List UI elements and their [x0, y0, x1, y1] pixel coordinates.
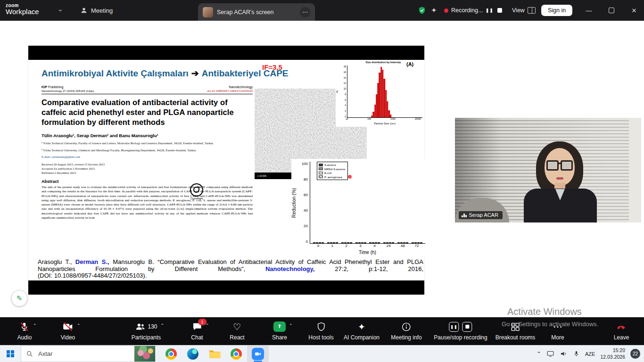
size-chart-ytick: 2 — [345, 110, 346, 112]
folder-icon — [208, 348, 221, 360]
toolbar-leave-button[interactable]: Leave — [614, 321, 629, 341]
toolbar-participants-label: Participants — [132, 334, 161, 341]
toolbar-audio-button[interactable]: ⌃ Audio — [17, 321, 32, 341]
ellipsis-icon[interactable]: ⋯ — [300, 7, 310, 17]
legend-name: P. aeroginosa — [324, 175, 342, 179]
person-face — [545, 148, 575, 186]
file-explorer-app-icon[interactable] — [204, 346, 225, 362]
toolbar-host-tools-button[interactable]: Host tools — [308, 321, 333, 341]
crossmark-logo: CrossMark — [187, 183, 206, 200]
security-shield-icon[interactable] — [418, 0, 426, 21]
stop-recording-icon[interactable] — [462, 322, 472, 332]
chevron-up-icon[interactable]: ⌃ — [77, 323, 81, 328]
sign-in-button[interactable]: Sign in — [541, 0, 572, 21]
paper-divider — [41, 94, 253, 94]
reduction-chart-bar — [327, 242, 330, 243]
edge-app-icon[interactable] — [182, 346, 204, 362]
toolbar-recording-label: Pause/stop recording — [434, 334, 487, 341]
publisher-label: Publishing — [47, 85, 63, 89]
participant-person — [455, 118, 641, 222]
toolbar-ai-companion-button[interactable]: ✦ AI Companion — [344, 321, 380, 341]
size-chart-ytick: 12 — [344, 82, 346, 84]
slide-title-part2: Antibakteriyel CAPE — [202, 68, 289, 78]
stop-recording-button[interactable] — [497, 0, 502, 21]
minimize-button[interactable]: — — [581, 0, 597, 21]
chrome-app-icon[interactable] — [160, 346, 182, 362]
chevron-up-icon[interactable]: ⌃ — [33, 323, 37, 328]
laser-pointer-dot — [348, 175, 352, 179]
participant-name-label: Serap ACAR — [469, 212, 498, 218]
reduction-chart-ytick: 20 — [304, 224, 308, 228]
maximize-button[interactable] — [603, 0, 619, 21]
reduction-chart-group — [410, 242, 424, 243]
toolbar-video-label: Video — [61, 334, 75, 341]
avatar — [203, 7, 213, 17]
taskbar-clock[interactable]: 15:20 12.03.2026 — [600, 347, 625, 360]
close-button[interactable]: ✕ — [626, 0, 642, 21]
person-lips — [556, 177, 563, 180]
windows-taskbar: ⌃ AZE 15:20 12.03.2026 22 — [0, 345, 644, 362]
annotation-pencil-button[interactable]: ✎ — [11, 290, 27, 306]
toolbar-recording-controls[interactable]: ❚❚ Pause/stop recording — [434, 321, 487, 341]
shield-icon — [316, 321, 326, 332]
language-indicator[interactable]: AZE — [585, 351, 595, 357]
edge-icon — [187, 348, 198, 360]
citation-seg5: 27:2, p:1-12, 2016, — [314, 265, 423, 272]
start-button[interactable] — [0, 346, 21, 362]
pause-recording-button[interactable]: ❚❚ — [486, 0, 494, 21]
notification-count-badge[interactable]: 22 — [630, 349, 640, 359]
tray-mic-icon[interactable] — [573, 350, 580, 357]
hidden-icons-chevron[interactable]: ⌃ — [537, 351, 541, 357]
person-glasses — [546, 160, 573, 171]
volume-icon[interactable] — [560, 350, 568, 358]
tab-shared-screen[interactable]: Serap ACAR's screen ⋯ — [198, 3, 315, 21]
citation-main: Arasoglu T., Derman S., Mansuroglu B. “C… — [38, 259, 423, 272]
legend-swatch — [319, 172, 323, 174]
reduction-chart-ytick: 80 — [304, 177, 308, 181]
toolbar-share-button[interactable]: ⌃ Share — [272, 321, 287, 341]
paper-ref-line: Nanotechnology 27 (2016) 025103 (12pp) — [41, 90, 94, 92]
stop-icon — [497, 8, 502, 13]
reduction-chart-group — [312, 242, 326, 243]
reduction-chart-bar — [361, 242, 363, 243]
reduction-chart-bar — [378, 242, 380, 243]
workplace-logo-text: Workplace — [6, 8, 39, 16]
zoom-app-icon[interactable] — [247, 346, 269, 362]
chevron-down-icon[interactable]: ⌄ — [58, 5, 63, 13]
sign-in-label: Sign in — [541, 5, 572, 16]
slide-letterbox-top — [28, 46, 424, 60]
sem-scale-label: x 10.00k — [257, 174, 266, 177]
ai-sparkle-icon[interactable]: ✦ — [431, 0, 437, 21]
citation-seg1: Arasoglu T., — [38, 258, 75, 265]
participant-video-tile[interactable]: Serap ACAR — [455, 118, 641, 222]
size-chart-ytick: 18 — [344, 66, 346, 68]
toolbar-video-button[interactable]: ⌃ Video — [61, 321, 75, 341]
chrome-profile2-app-icon[interactable] — [225, 346, 247, 362]
paper-title: Comparative evaluation of antibacterial … — [41, 98, 253, 127]
size-chart-ytick: 14 — [344, 77, 346, 79]
legend-row: MRSA S.aureus — [319, 167, 345, 171]
pause-recording-icon[interactable]: ❚❚ — [449, 322, 459, 332]
tab-meeting[interactable]: Meeting — [80, 0, 113, 21]
toolbar-ai-companion-label: AI Companion — [344, 334, 380, 341]
toolbar-participants-button[interactable]: 130 ⌃ Participants — [132, 321, 161, 341]
search-input[interactable] — [37, 350, 131, 358]
taskbar-search-box[interactable] — [21, 346, 156, 362]
view-button[interactable]: View — [512, 0, 536, 21]
zoom-camera-icon — [252, 348, 264, 360]
toolbar-chat-button[interactable]: 1 ⌃ Chat — [191, 321, 203, 341]
journal-name-right: Nanotechnology — [229, 85, 253, 89]
toolbar-meeting-info-button[interactable]: Meeting info — [391, 321, 421, 341]
chevron-up-icon[interactable]: ⌃ — [206, 323, 209, 328]
toolbar-react-button[interactable]: ♡ React — [230, 321, 244, 341]
size-chart-ylabel: % — [336, 66, 340, 118]
reduction-chart-bar — [403, 242, 405, 243]
reduction-chart-bar — [319, 242, 321, 243]
display-cast-icon[interactable] — [546, 350, 554, 358]
slide-letterbox-bottom — [28, 280, 424, 295]
search-highlight-image[interactable] — [134, 346, 155, 362]
legend-name: MRSA S.aureus — [324, 167, 345, 171]
chevron-up-icon[interactable]: ⌃ — [289, 323, 293, 328]
taskbar-time: 15:20 — [600, 347, 625, 354]
chevron-up-icon[interactable]: ⌃ — [160, 323, 164, 328]
